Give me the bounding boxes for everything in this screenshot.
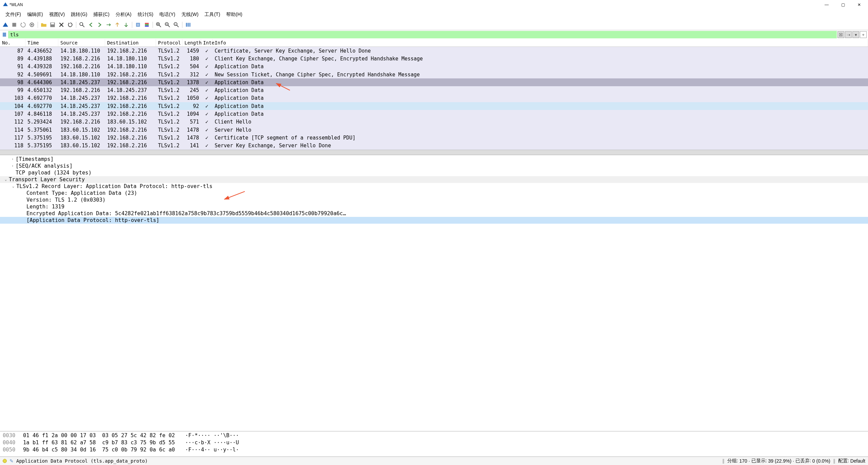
menu-capture[interactable]: 捕获(C) <box>91 10 112 19</box>
detail-tls[interactable]: Transport Layer Security <box>9 176 85 183</box>
detail-length[interactable]: Length: 1319 <box>26 204 64 210</box>
filter-apply-button[interactable]: ➝ <box>845 31 852 38</box>
horizontal-scrollbar[interactable] <box>0 150 868 155</box>
packet-list: No. Time Source Destination Protocol Len… <box>0 39 868 155</box>
zoom-reset-icon[interactable]: 1 <box>172 21 180 29</box>
col-header-length[interactable]: Length <box>182 39 201 46</box>
packet-row[interactable]: 1044.69277014.18.245.237192.168.2.216TLS… <box>0 102 868 110</box>
detail-version[interactable]: Version: TLS 1.2 (0x0303) <box>26 197 105 203</box>
packet-row[interactable]: 1034.69277014.18.245.237192.168.2.216TLS… <box>0 94 868 102</box>
status-profile-label: 配置: <box>838 458 849 464</box>
edit-icon[interactable]: ✎ <box>9 458 14 464</box>
detail-enc-data[interactable]: Encrypted Application Data: 5c4282fe021a… <box>26 210 346 217</box>
status-profile-value: Default <box>850 458 865 464</box>
col-header-inte[interactable]: Inte <box>201 39 213 46</box>
zoom-out-icon[interactable] <box>163 21 172 29</box>
col-header-destination[interactable]: Destination <box>105 39 156 46</box>
packet-list-body[interactable]: 874.43665214.18.180.110192.168.2.216TLSv… <box>0 47 868 150</box>
packet-row[interactable]: 914.439328192.168.2.21614.18.180.110TLSv… <box>0 63 868 71</box>
menu-wireless[interactable]: 无线(W) <box>179 10 201 19</box>
menu-tools[interactable]: 工具(T) <box>202 10 223 19</box>
hex-row[interactable]: 00509b 46 b4 c5 80 34 0d 16 75 c0 0b 79 … <box>3 446 865 453</box>
expand-icon[interactable]: › <box>10 157 15 161</box>
collapse-icon[interactable]: ⌄ <box>11 184 16 188</box>
detail-tcp-payload[interactable]: TCP payload (1324 bytes) <box>16 170 92 176</box>
packet-row[interactable]: 1125.293424192.168.2.216183.60.15.102TLS… <box>0 118 868 126</box>
menu-go[interactable]: 跳转(G) <box>68 10 90 19</box>
reload-icon[interactable] <box>66 21 74 29</box>
menu-edit[interactable]: 编辑(E) <box>24 10 46 19</box>
status-dropped-label: 已丢弃: <box>795 458 811 464</box>
packet-row[interactable]: 1175.375195183.60.15.102192.168.2.216TLS… <box>0 134 868 142</box>
packet-row[interactable]: 874.43665214.18.180.110192.168.2.216TLSv… <box>0 47 868 55</box>
resize-columns-icon[interactable] <box>184 21 192 29</box>
auto-scroll-icon[interactable] <box>134 21 142 29</box>
col-header-protocol[interactable]: Protocol <box>156 39 182 46</box>
capture-options-icon[interactable] <box>28 21 36 29</box>
minimize-button[interactable]: — <box>821 1 833 9</box>
packet-row[interactable]: 1185.375195183.60.15.102192.168.2.216TLS… <box>0 142 868 150</box>
svg-point-5 <box>80 22 83 25</box>
expand-icon[interactable]: › <box>10 164 15 168</box>
toolbar: 1 <box>0 20 868 30</box>
packet-row[interactable]: 894.439188192.168.2.21614.18.180.110TLSv… <box>0 55 868 62</box>
filter-add-button[interactable]: + <box>860 31 867 38</box>
start-capture-icon[interactable] <box>1 21 9 29</box>
menu-file[interactable]: 文件(F) <box>3 10 24 19</box>
find-icon[interactable] <box>78 21 86 29</box>
restart-capture-icon[interactable] <box>19 21 27 29</box>
col-header-source[interactable]: Source <box>58 39 105 46</box>
go-first-icon[interactable] <box>113 21 121 29</box>
expert-info-icon[interactable] <box>3 459 7 463</box>
svg-rect-0 <box>12 23 16 26</box>
svg-rect-14 <box>186 23 188 26</box>
packet-row[interactable]: 1145.375061183.60.15.102192.168.2.216TLS… <box>0 126 868 134</box>
hex-row[interactable]: 003001 46 f1 2a 00 00 17 03 03 05 27 5c … <box>3 432 865 439</box>
menu-analyze[interactable]: 分析(A) <box>113 10 134 19</box>
filter-clear-button[interactable]: ☒ <box>837 31 844 38</box>
titlebar: *WLAN — ▢ ✕ <box>0 0 868 10</box>
packet-row[interactable]: 1074.84611814.18.245.237192.168.2.216TLS… <box>0 110 868 118</box>
packet-row[interactable]: 924.50969114.18.180.110192.168.2.216TLSv… <box>0 71 868 78</box>
open-file-icon[interactable] <box>40 21 48 29</box>
detail-app-proto[interactable]: [Application Data Protocol: http-over-tl… <box>26 217 159 223</box>
hex-row[interactable]: 00401a b1 ff 63 81 62 a7 58 c9 b7 83 c3 … <box>3 439 865 446</box>
filter-bar: ☒ ➝ ▾ + <box>0 30 868 39</box>
menu-statistics[interactable]: 统计(S) <box>135 10 156 19</box>
go-back-icon[interactable] <box>87 21 95 29</box>
go-last-icon[interactable] <box>122 21 130 29</box>
filter-history-button[interactable]: ▾ <box>852 31 859 38</box>
stop-capture-icon[interactable] <box>10 21 18 29</box>
menu-telephony[interactable]: 电话(Y) <box>157 10 178 19</box>
go-forward-icon[interactable] <box>96 21 104 29</box>
detail-content-type[interactable]: Content Type: Application Data (23) <box>26 190 137 196</box>
hex-pane[interactable]: 003001 46 f1 2a 00 00 17 03 03 05 27 5c … <box>0 431 868 457</box>
menu-help[interactable]: 帮助(H) <box>223 10 245 19</box>
zoom-in-icon[interactable] <box>155 21 163 29</box>
maximize-button[interactable]: ▢ <box>837 1 849 9</box>
packet-row[interactable]: 994.650132192.168.2.21614.18.245.237TLSv… <box>0 86 868 94</box>
col-header-no[interactable]: No. <box>0 39 25 46</box>
detail-timestamps[interactable]: [Timestamps] <box>16 156 54 162</box>
close-button[interactable]: ✕ <box>853 1 865 9</box>
menubar: 文件(F) 编辑(E) 视图(V) 跳转(G) 捕获(C) 分析(A) 统计(S… <box>0 10 868 20</box>
status-displayed-label: 已显示: <box>751 458 767 464</box>
col-header-time[interactable]: Time <box>25 39 58 46</box>
packet-row[interactable]: 984.64430614.18.245.237192.168.2.216TLSv… <box>0 78 868 86</box>
svg-rect-9 <box>145 25 149 26</box>
display-filter-input[interactable] <box>8 31 837 38</box>
collapse-icon[interactable]: ⌄ <box>3 177 8 182</box>
go-to-packet-icon[interactable] <box>104 21 113 29</box>
app-icon <box>3 2 8 8</box>
status-dropped-value: 0 (0.0%) <box>812 458 830 464</box>
col-header-info[interactable]: Info <box>213 39 868 46</box>
detail-record-layer[interactable]: TLSv1.2 Record Layer: Application Data P… <box>16 183 213 189</box>
svg-rect-8 <box>145 24 149 25</box>
packet-details[interactable]: ›[Timestamps] ›[SEQ/ACK analysis] TCP pa… <box>0 155 868 431</box>
colorize-icon[interactable] <box>143 21 151 29</box>
filter-bookmark-icon[interactable] <box>1 32 7 38</box>
save-file-icon[interactable] <box>48 21 57 29</box>
menu-view[interactable]: 视图(V) <box>46 10 68 19</box>
detail-seqack[interactable]: [SEQ/ACK analysis] <box>16 163 73 169</box>
close-file-icon[interactable] <box>57 21 65 29</box>
